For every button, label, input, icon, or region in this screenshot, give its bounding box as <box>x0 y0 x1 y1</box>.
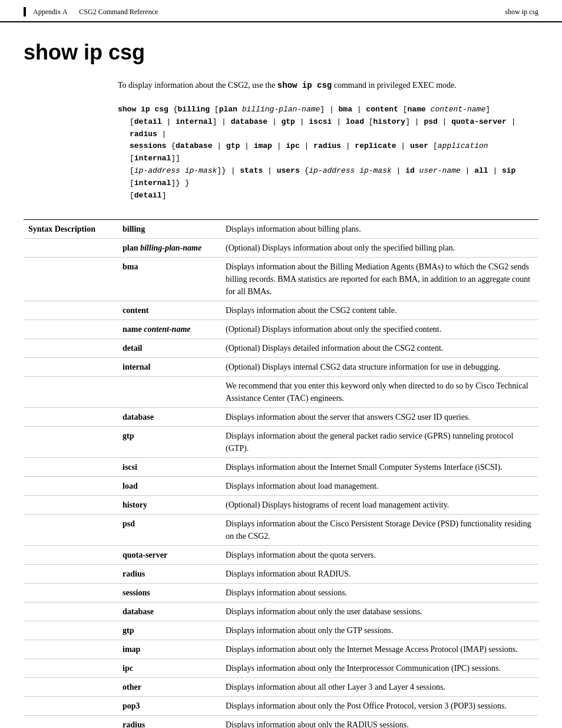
page-title: show ip csg <box>24 40 538 65</box>
desc-load: Displays information about load manageme… <box>221 477 538 496</box>
term-ipc: ipc <box>118 659 221 678</box>
table-row: internal (Optional) Displays internal CS… <box>24 358 538 377</box>
header-left: Appendix A CSG2 Command Reference <box>24 7 158 17</box>
term-internal-cont <box>118 377 221 408</box>
main-content: show ip csg To display information about… <box>0 22 562 728</box>
term-radius: radius <box>118 565 221 584</box>
table-row: name content-name (Optional) Displays in… <box>24 320 538 339</box>
table-row: psd Displays information about the Cisco… <box>24 515 538 546</box>
term-name-content: name content-name <box>118 320 221 339</box>
term-sessions-database: database <box>118 602 221 621</box>
cmd-line-1: show ip csg {billing [plan billing-plan-… <box>118 104 538 116</box>
term-sessions: sessions <box>118 584 221 602</box>
desc-database: Displays information about the server th… <box>221 408 538 427</box>
term-database: database <box>118 408 221 427</box>
term-psd: psd <box>118 515 221 546</box>
empty-label <box>24 716 118 728</box>
empty-label <box>24 258 118 301</box>
empty-label <box>24 408 118 427</box>
term-bma: bma <box>118 258 221 301</box>
empty-label <box>24 320 118 339</box>
table-row: detail (Optional) Displays detailed info… <box>24 339 538 358</box>
empty-label <box>24 458 118 477</box>
table-row: other Displays information about all oth… <box>24 678 538 697</box>
desc-imap: Displays information about only the Inte… <box>221 640 538 659</box>
intro-command: show ip csg <box>277 81 332 90</box>
desc-history: (Optional) Displays histograms of recent… <box>221 496 538 515</box>
header-appendix: Appendix A <box>33 8 67 17</box>
table-row: bma Displays information about the Billi… <box>24 258 538 301</box>
term-plan: plan billing-plan-name <box>118 239 221 258</box>
header-title: CSG2 Command Reference <box>79 8 158 17</box>
empty-label <box>24 515 118 546</box>
table-row: radius Displays information about RADIUS… <box>24 565 538 584</box>
table-row: imap Displays information about only the… <box>24 640 538 659</box>
cmd-line-3: sessions {database | gtp | imap | ipc | … <box>118 140 538 165</box>
desc-other: Displays information about all other Lay… <box>221 678 538 697</box>
table-row: radius Displays information about only t… <box>24 716 538 728</box>
empty-label <box>24 602 118 621</box>
cmd-line-2: [detail | internal] | database | gtp | i… <box>118 116 538 141</box>
table-row: plan billing-plan-name (Optional) Displa… <box>24 239 538 258</box>
table-row: gtp Displays information about only the … <box>24 621 538 640</box>
header-bar-icon <box>24 7 26 17</box>
empty-label <box>24 377 118 408</box>
desc-pop3: Displays information about only the Post… <box>221 697 538 716</box>
desc-name-content: (Optional) Displays information about on… <box>221 320 538 339</box>
term-quota-server: quota-server <box>118 546 221 565</box>
empty-label <box>24 621 118 640</box>
intro-text-after: command in privileged EXEC mode. <box>332 81 457 90</box>
table-row: quota-server Displays information about … <box>24 546 538 565</box>
term-load: load <box>118 477 221 496</box>
desc-sessions: Displays information about sessions. <box>221 584 538 602</box>
empty-label <box>24 659 118 678</box>
term-billing: billing <box>118 220 221 239</box>
table-row: database Displays information about the … <box>24 408 538 427</box>
term-other: other <box>118 678 221 697</box>
term-sessions-radius: radius <box>118 716 221 728</box>
term-imap: imap <box>118 640 221 659</box>
table-row: iscsi Displays information about the Int… <box>24 458 538 477</box>
table-row: Syntax Description billing Displays info… <box>24 220 538 239</box>
empty-label <box>24 427 118 458</box>
empty-label <box>24 358 118 377</box>
syntax-description-label: Syntax Description <box>24 220 118 239</box>
intro-text-before: To display information about the CSG2, u… <box>118 81 277 90</box>
empty-label <box>24 640 118 659</box>
desc-content: Displays information about the CSG2 cont… <box>221 301 538 320</box>
intro-paragraph: To display information about the CSG2, u… <box>118 79 538 92</box>
desc-billing: Displays information about billing plans… <box>221 220 538 239</box>
table-row: content Displays information about the C… <box>24 301 538 320</box>
desc-quota-server: Displays information about the quota ser… <box>221 546 538 565</box>
desc-radius: Displays information about RADIUS. <box>221 565 538 584</box>
empty-label <box>24 339 118 358</box>
desc-detail: (Optional) Displays detailed information… <box>221 339 538 358</box>
desc-psd: Displays information about the Cisco Per… <box>221 515 538 546</box>
table-row: sessions Displays information about sess… <box>24 584 538 602</box>
desc-sessions-gtp: Displays information about only the GTP … <box>221 621 538 640</box>
empty-label <box>24 697 118 716</box>
term-sessions-gtp: gtp <box>118 621 221 640</box>
desc-iscsi: Displays information about the Internet … <box>221 458 538 477</box>
term-history: history <box>118 496 221 515</box>
table-row: We recommend that you enter this keyword… <box>24 377 538 408</box>
desc-plan: (Optional) Displays information about on… <box>221 239 538 258</box>
syntax-table: Syntax Description billing Displays info… <box>24 220 538 728</box>
cmd-line-5: [detail] <box>118 190 538 202</box>
term-content: content <box>118 301 221 320</box>
empty-label <box>24 301 118 320</box>
desc-bma: Displays information about the Billing M… <box>221 258 538 301</box>
empty-label <box>24 584 118 602</box>
empty-label <box>24 678 118 697</box>
desc-internal: (Optional) Displays internal CSG2 data s… <box>221 358 538 377</box>
table-row: ipc Displays information about only the … <box>24 659 538 678</box>
cmd-line-4: [ip-address ip-mask]} | stats | users {i… <box>118 165 538 190</box>
table-row: history (Optional) Displays histograms o… <box>24 496 538 515</box>
empty-label <box>24 565 118 584</box>
term-detail: detail <box>118 339 221 358</box>
term-pop3: pop3 <box>118 697 221 716</box>
term-internal: internal <box>118 358 221 377</box>
desc-gtp: Displays information about the general p… <box>221 427 538 458</box>
desc-ipc: Displays information about only the Inte… <box>221 659 538 678</box>
table-row: database Displays information about only… <box>24 602 538 621</box>
